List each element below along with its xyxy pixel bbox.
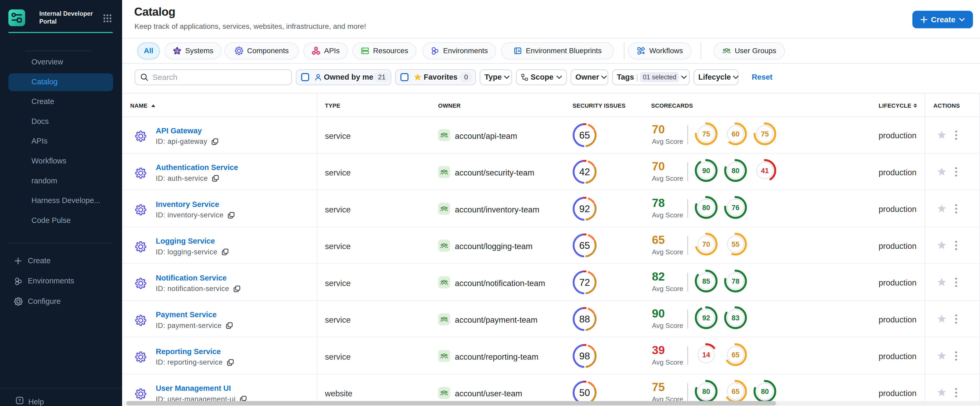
svg-text:70: 70 <box>702 241 710 248</box>
svg-text:65: 65 <box>732 351 740 358</box>
svg-text:83: 83 <box>732 314 740 322</box>
svg-text:80: 80 <box>732 167 740 175</box>
svg-text:98: 98 <box>579 351 590 362</box>
svg-text:50: 50 <box>579 387 590 398</box>
svg-text:14: 14 <box>702 351 710 358</box>
svg-text:42: 42 <box>579 167 590 177</box>
svg-text:75: 75 <box>761 130 769 138</box>
svg-text:88: 88 <box>579 314 590 325</box>
svg-text:90: 90 <box>702 167 710 175</box>
svg-text:80: 80 <box>702 203 710 211</box>
svg-text:76: 76 <box>732 203 740 211</box>
svg-text:72: 72 <box>579 277 590 288</box>
svg-text:65: 65 <box>579 240 590 251</box>
svg-text:65: 65 <box>579 130 590 141</box>
svg-text:78: 78 <box>732 277 740 285</box>
svg-text:80: 80 <box>702 388 710 395</box>
svg-text:55: 55 <box>732 241 740 248</box>
svg-text:60: 60 <box>732 130 740 138</box>
svg-text:75: 75 <box>702 130 710 138</box>
svg-text:85: 85 <box>702 277 710 285</box>
svg-text:80: 80 <box>761 388 769 395</box>
svg-text:A: A <box>517 49 520 53</box>
svg-text:41: 41 <box>761 167 769 175</box>
svg-text:92: 92 <box>702 314 710 322</box>
svg-text:?: ? <box>18 398 21 403</box>
svg-text:92: 92 <box>579 203 590 214</box>
svg-text:65: 65 <box>732 388 740 395</box>
